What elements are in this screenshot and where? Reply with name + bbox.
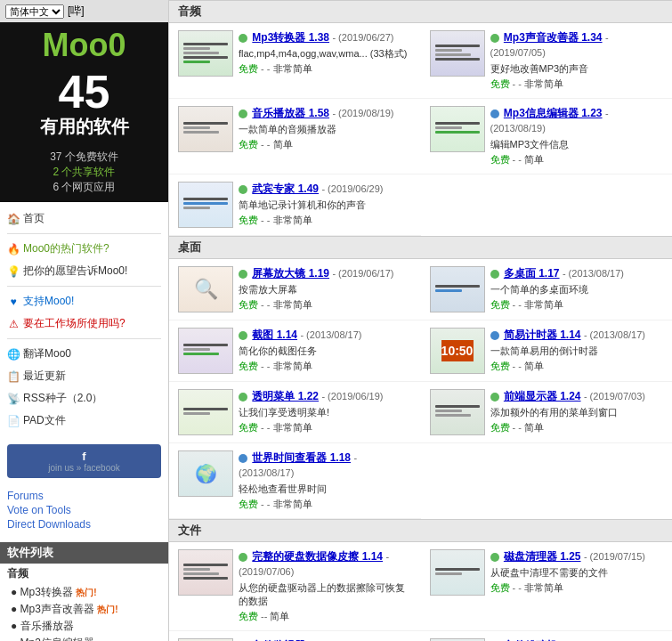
- nav-support-link[interactable]: 支持Moo0!: [23, 292, 74, 311]
- sidebar-item-mp3voice[interactable]: ● Mp3声音改善器 热门!: [0, 601, 168, 618]
- thumb-disk-clean[interactable]: [430, 549, 485, 596]
- info-music-player: 音乐播放器 1.58 - (2019/08/19) 一款简单的音频播放器 免费 …: [239, 106, 412, 151]
- nav-hot[interactable]: 🔥 Moo0的热门软件?: [7, 238, 161, 260]
- sidebar-musicplay-link[interactable]: ● 音乐播放器: [11, 620, 74, 632]
- sw-name-voicerec[interactable]: 武宾专家 1.49: [252, 183, 319, 195]
- sw-date-musicplay: - (2019/08/19): [332, 108, 393, 118]
- nav-wish-link[interactable]: 把你的愿望告诉Moo0!: [23, 262, 127, 280]
- globe-icon: 🌐: [7, 348, 20, 361]
- vote-link[interactable]: Vote on Tools: [7, 503, 161, 517]
- title-screenshot: 截图 1.14 - (2013/08/17): [239, 328, 412, 343]
- price-free-mp3voice: 免费: [490, 78, 510, 89]
- thumb-easy-timer[interactable]: 10:50: [430, 328, 485, 374]
- hot-badge-mp3voice: 热门!: [97, 604, 117, 614]
- sw-name-magnify[interactable]: 屏幕放大镜 1.19: [252, 267, 329, 280]
- nav-translate[interactable]: 🌐 翻译Moo0: [7, 343, 161, 365]
- nav-pad[interactable]: 📄 PAD文件: [7, 410, 161, 432]
- title-magnify: 屏幕放大镜 1.19 - (2019/06/17): [239, 266, 412, 281]
- nav-recent-link[interactable]: 最近更新: [23, 367, 66, 385]
- price-hddimage: 免费 -- 简单: [239, 610, 412, 623]
- item-screenshot: 截图 1.14 - (2013/08/17) 简化你的截图任务 免费 - - 非…: [169, 320, 421, 382]
- lang-select[interactable]: 简体中文: [5, 4, 64, 19]
- nav-translate-link[interactable]: 翻译Moo0: [23, 345, 71, 363]
- title-mp3-info: Mp3信息编辑器 1.23 - (2013/08/19): [490, 106, 664, 136]
- thumb-voice-rec[interactable]: [178, 182, 233, 228]
- sw-name-screenshot[interactable]: 截图 1.14: [252, 329, 297, 341]
- info-mp3-voice: Mp3声音改善器 1.34 - (2019/07/05) 更好地改善MP3的声音…: [490, 30, 664, 91]
- item-mp3-info: Mp3信息编辑器 1.23 - (2013/08/19) 编辑MP3文件信息 免…: [421, 99, 673, 174]
- thumb-magnify[interactable]: 🔍: [178, 266, 233, 312]
- sw-date-screenshot: - (2013/08/17): [300, 329, 361, 340]
- thumb-screenshot[interactable]: [178, 328, 233, 374]
- nav-rss-link[interactable]: RSS种子（2.0）: [23, 389, 102, 408]
- thumb-multi-desktop[interactable]: [430, 266, 485, 312]
- thumb-transp-menu[interactable]: [178, 389, 233, 435]
- desc-diskclean: 从硬盘中清理不需要的文件: [490, 566, 664, 580]
- logo[interactable]: Moo0: [0, 29, 168, 61]
- sw-name-multidesk[interactable]: 多桌面 1.17: [504, 267, 560, 280]
- item-disk-clean: 磁盘清理器 1.25 - (2019/07/15) 从硬盘中清理不需要的文件 免…: [421, 542, 673, 631]
- nav-work[interactable]: ⚠ 要在工作场所使用吗?: [7, 312, 161, 335]
- thumb-music-player[interactable]: [178, 106, 233, 152]
- price-transpmenu: 免费 - - 非常简单: [239, 421, 412, 434]
- nav-hot-link[interactable]: Moo0的热门软件?: [23, 239, 109, 258]
- sidebar-mp3voice-link[interactable]: ● Mp3声音改善器: [11, 603, 94, 615]
- sidebar-category-audio: 音频: [0, 564, 168, 584]
- sw-name-easytimer[interactable]: 简易计时器 1.14: [504, 329, 581, 341]
- price-sep-frontmenu: - -: [513, 422, 524, 433]
- sw-name-frontmenu[interactable]: 前端显示器 1.24: [504, 390, 581, 402]
- thumb-mp3-converter[interactable]: [178, 30, 233, 77]
- status-dot-easytimer: [490, 331, 499, 340]
- downloads-link[interactable]: Direct Downloads: [7, 517, 161, 531]
- price-free-hddimage: 免费: [239, 611, 258, 621]
- nav-divider-1: [7, 233, 161, 234]
- status-dot-mp3voice: [490, 34, 499, 43]
- thumb-hdd-image[interactable]: [178, 549, 233, 596]
- item-mp3-converter: Mp3转换器 1.38 - (2019/06/27) flac,mp4,m4a,…: [169, 23, 421, 99]
- sw-name-mp3voice[interactable]: Mp3声音改善器 1.34: [504, 31, 603, 44]
- price-level-easytimer: 简单: [524, 361, 544, 371]
- nav-home-link[interactable]: 首页: [23, 209, 45, 228]
- sw-name-hddimage[interactable]: 完整的硬盘数据像皮擦 1.14: [252, 550, 383, 563]
- thumb-mp3-voice[interactable]: [430, 30, 485, 77]
- sw-name-diskclean[interactable]: 磁盘清理器 1.25: [504, 550, 581, 563]
- price-sep-transpmenu: - -: [261, 422, 272, 433]
- nav-wish[interactable]: 💡 把你的愿望告诉Moo0!: [7, 260, 161, 282]
- thumb-front-menu[interactable]: [430, 389, 485, 435]
- item-transp-menu: 透明菜单 1.22 - (2019/06/19) 让我们享受透明菜单! 免费 -…: [169, 382, 421, 443]
- sidebar-item-mp3info[interactable]: ● Mp3信息编辑器: [0, 635, 168, 641]
- nav-home[interactable]: 🏠 首页: [7, 207, 161, 230]
- sw-name-mp3info[interactable]: Mp3信息编辑器 1.23: [504, 107, 603, 119]
- desktop-grid: 🔍 屏幕放大镜 1.19 - (2019/06/17) 按需放大屏幕 免费 - …: [169, 259, 672, 519]
- sw-date-frontmenu: - (2019/07/03): [584, 391, 645, 402]
- forums-link[interactable]: Forums: [7, 489, 161, 503]
- nav-recent[interactable]: 📋 最近更新: [7, 365, 161, 387]
- facebook-box[interactable]: f join us » facebook: [7, 444, 161, 478]
- nav-support[interactable]: ♥ 支持Moo0!: [7, 290, 161, 312]
- count-area: 45 有用的软件: [0, 65, 168, 146]
- status-dot-mp3info: [490, 110, 499, 118]
- nav-pad-link[interactable]: PAD文件: [23, 411, 66, 430]
- sidebar-item-mp3conv[interactable]: ● Mp3转换器 热门!: [0, 584, 168, 601]
- sw-date-mp3conv: - (2019/06/27): [332, 32, 393, 43]
- title-mp3-voice: Mp3声音改善器 1.34 - (2019/07/05): [490, 30, 664, 61]
- thumb-world-time[interactable]: 🌍: [178, 450, 233, 497]
- sw-name-musicplay[interactable]: 音乐播放器 1.58: [252, 107, 329, 119]
- price-sep-musicplay: - -: [261, 139, 272, 150]
- stat-shared[interactable]: 2 个共享软件: [0, 165, 168, 180]
- price-frontmenu: 免费 - - 简单: [490, 421, 664, 434]
- title-voice-rec: 武宾专家 1.49 - (2019/06/29): [239, 182, 412, 197]
- info-mp3-info: Mp3信息编辑器 1.23 - (2013/08/19) 编辑MP3文件信息 免…: [490, 106, 664, 166]
- thumb-mp3-info[interactable]: [430, 106, 485, 152]
- sidebar-mp3conv-link[interactable]: ● Mp3转换器: [11, 586, 73, 598]
- sidebar-item-musicplay[interactable]: ● 音乐播放器: [0, 618, 168, 635]
- nav-rss[interactable]: 📡 RSS种子（2.0）: [7, 387, 161, 410]
- sw-name-worldtime[interactable]: 世界时间查看器 1.18: [252, 451, 351, 464]
- info-world-time: 世界时间查看器 1.18 - (2013/08/17) 轻松地查看世界时间 免费…: [239, 450, 412, 511]
- sidebar-mp3info-link[interactable]: ● Mp3信息编辑器: [11, 637, 94, 641]
- sidebar-links: Forums Vote on Tools Direct Downloads: [0, 485, 168, 535]
- section-audio-title: 音频: [178, 4, 201, 18]
- sw-name-transpmenu[interactable]: 透明菜单 1.22: [252, 390, 319, 402]
- nav-work-link[interactable]: 要在工作场所使用吗?: [23, 314, 125, 333]
- sw-name-mp3conv[interactable]: Mp3转换器 1.38: [252, 31, 329, 44]
